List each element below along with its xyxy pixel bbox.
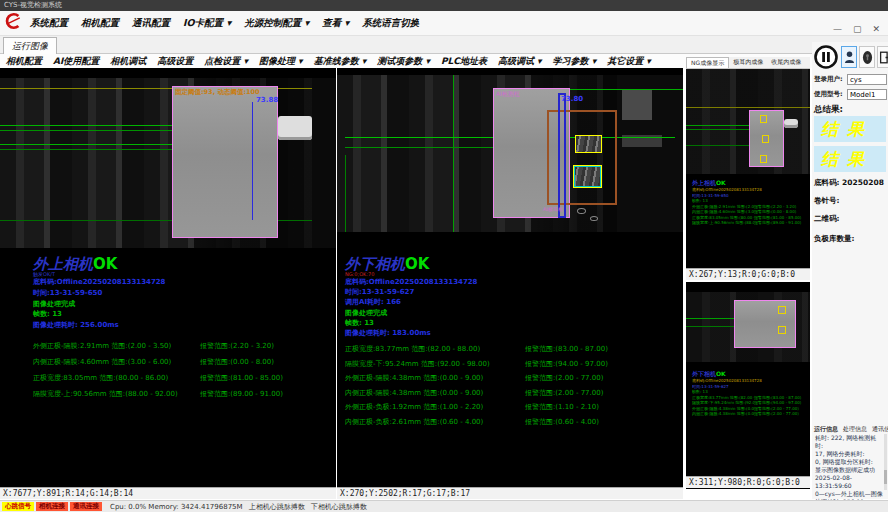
tool-learning-params[interactable]: 学习参数 ▾ (553, 55, 597, 68)
menu-view[interactable]: 查看 ▾ (322, 17, 349, 30)
measurement-alarm: 报警范围:(0.60 - 4.00) (525, 417, 599, 427)
tool-spot-check[interactable]: 点检设置 ▾ (204, 55, 248, 68)
done-line: 图像处理完成 (345, 308, 478, 318)
measurement-value: 正极宽度:83.77mm 范围:(82.00 - 88.00) (345, 344, 525, 354)
tool-other-settings[interactable]: 其它设置 ▾ (607, 55, 651, 68)
log-line: 17, 网络分类耗时: (815, 450, 883, 458)
edge-line-green (686, 326, 734, 327)
menu-comm-config[interactable]: 通讯配置 (132, 17, 170, 30)
barcode-label: 底料码: 20250208 (814, 178, 884, 188)
frame-line: 帧数: 13 (33, 309, 166, 320)
info-tab-comm[interactable]: 通讯信息 (872, 425, 888, 434)
measurement-alarm: 报警范围:(2.00 - 77.00) (525, 388, 603, 398)
needle-label: 卷针号: (814, 196, 840, 206)
mini-tab-tail-inner[interactable]: 收尾内成像 (767, 57, 805, 68)
mini-tab-tab-inner[interactable]: 极耳内成像 (729, 57, 767, 68)
edge-line-green (686, 125, 749, 126)
heartbeat-badge: 心跳信号 (2, 502, 34, 511)
camera-ok-status: OK (93, 255, 117, 273)
info-tab-process[interactable]: 处理信息 (843, 425, 867, 434)
edge-line-green (686, 129, 749, 130)
measurement-row: 外侧正极-隔膜:4.38mm 范围:(0.00 - 9.00) 报警范围:(2.… (345, 373, 680, 383)
log-line: 0—cys—外上相机—图像 (815, 490, 883, 498)
camera-info-lines: 底料码:Offline20250208133134728 时间:13-31-59… (345, 277, 478, 338)
menu-light-config[interactable]: 光源控制配置 ▾ (244, 17, 309, 30)
log-line: 0, 网络提取分区耗时: (815, 458, 883, 466)
exit-button[interactable] (877, 46, 888, 68)
log-scrollbar[interactable] (884, 434, 887, 490)
separator-region (172, 86, 278, 238)
ai-time-line: 调用AI耗时: 166 (345, 297, 478, 307)
result-indicator-lower: 结果 (814, 146, 886, 172)
qr-label: 二维码: (814, 214, 840, 224)
tool-advanced-settings[interactable]: 高级设置 (157, 55, 193, 68)
measurement-row: 外侧正极-负极:1.92mm 范围:(1.00 - 2.20) 报警范围:(1.… (345, 402, 680, 412)
mini-tab-ng-display[interactable]: NG成像显示 (686, 57, 729, 68)
measurement-value: 隔膜宽度-上:90.56mm 范围:(88.00 - 92.00) (33, 389, 200, 399)
mini-camera-image[interactable] (686, 292, 810, 362)
tool-image-processing[interactable]: 图像处理 ▾ (259, 55, 303, 68)
measure-bar-blue (558, 93, 566, 218)
lock-button[interactable] (859, 46, 875, 68)
logout-icon (879, 50, 888, 65)
measurement-value: 外侧正极-隔膜:2.91mm 范围:(2.00 - 3.50) (33, 341, 200, 351)
separator-region (734, 300, 796, 348)
tab-run-image[interactable]: 运行图像 (3, 37, 57, 54)
model-label: 使用型号: (814, 90, 847, 99)
user-button[interactable] (841, 46, 857, 68)
measurement-row: 隔膜宽度-下:95.24mm 范围:(92.00 - 98.00) 报警范围:(… (345, 359, 680, 369)
measurement-alarm: 报警范围:(2.20 - 3.20) (200, 341, 274, 351)
tool-test-params[interactable]: 测试项参数 ▾ (377, 55, 430, 68)
tab-roi-yellow (778, 306, 786, 314)
done-line: 图像处理完成 (33, 299, 166, 310)
pixel-coords-strip: X:7677;Y:891;R:14;G:14;B:14 (0, 487, 336, 499)
ai-box-label: AI检测框 (496, 90, 520, 99)
menu-system-config[interactable]: 系统配置 (30, 17, 68, 30)
user-icon (844, 50, 855, 65)
edge-line-green (453, 75, 454, 232)
edge-line-green (686, 318, 734, 319)
maximize-button[interactable]: ▢ (853, 24, 862, 34)
tool-plc-address[interactable]: PLC地址表 (441, 55, 487, 68)
measurement-alarm: 报警范围:(89.00 - 91.00) (200, 389, 283, 399)
measurement-alarm: 报警范围:(89.00 - 91.00) (754, 220, 801, 226)
pause-button[interactable] (813, 44, 839, 70)
info-tab-run[interactable]: 运行信息 (814, 425, 838, 434)
upper-camera-image[interactable]: 固定阈值:93, 动态阈值:100 73.88 (0, 78, 336, 248)
mini-camera-image[interactable] (686, 69, 810, 174)
lower-camera-image[interactable]: AI检测框 73.80 AI极耳框 (337, 75, 683, 232)
tool-ai-config[interactable]: AI使用配置 (53, 55, 99, 68)
tab-roi-yellow (778, 326, 786, 334)
measurement-row: 内侧正极-隔膜:4.60mm 范围:(3.00 - 6.00) 报警范围:(0.… (33, 357, 333, 367)
menu-language-switch[interactable]: 系统语言切换 (362, 17, 419, 30)
menu-camera-config[interactable]: 相机配置 (81, 17, 119, 30)
tab-clip (784, 119, 798, 128)
measurement-value: 内侧正极-负极:2.61mm 范围:(0.60 - 4.00) (345, 417, 525, 427)
upper-camera-heartbeat-text: 上相机心跳脉搏数 (249, 502, 305, 512)
tool-camera-config[interactable]: 相机配置 (6, 55, 42, 68)
result-indicator-upper: 结果 (814, 116, 886, 142)
tool-advanced-debug[interactable]: 高级调试 ▾ (498, 55, 542, 68)
statusbar: 心跳信号 相机连接 通讯连接 Cpu: 0.0% Memory: 3424.41… (0, 500, 888, 512)
screw-mark (590, 216, 598, 221)
minimize-button[interactable]: — (833, 24, 842, 34)
tool-camera-debug[interactable]: 相机调试 (110, 55, 146, 68)
lower-camera-panel: AI检测框 73.80 AI极耳框 外下相机OK NG:0;OK:70 底料码:… (337, 68, 683, 499)
sidebar: 登录用户: 使用型号: 总结果: 结果 结果 底料码: 20250208 卷针号… (812, 42, 888, 499)
measure-value-label: 73.80 (561, 95, 583, 103)
measurement-alarm: 报警范围:(2.00 - 77.00) (754, 411, 799, 417)
tool-baseline-params[interactable]: 基准线参数 ▾ (314, 55, 367, 68)
model-input[interactable] (847, 89, 887, 100)
close-button[interactable]: ✕ (872, 24, 880, 34)
menu-io-config[interactable]: IO卡配置 ▾ (183, 17, 231, 30)
camera-ok-status: OK (716, 179, 726, 186)
cpu-memory-text: Cpu: 0.0% Memory: 3424.41796875M (110, 503, 243, 511)
camera-name: 外上相机 (692, 179, 716, 186)
log-scrollbar-thumb[interactable] (884, 470, 887, 484)
tab-roi-yellow (575, 135, 602, 153)
measurement-alarm: 报警范围:(83.00 - 87.00) (525, 344, 608, 354)
tab-clip (278, 116, 312, 140)
login-user-input[interactable] (847, 74, 887, 85)
image-dark-band (312, 78, 336, 248)
upper-camera-panel: 固定阈值:93, 动态阈值:100 73.88 外上相机OK 触发OK/T 底料… (0, 68, 336, 499)
